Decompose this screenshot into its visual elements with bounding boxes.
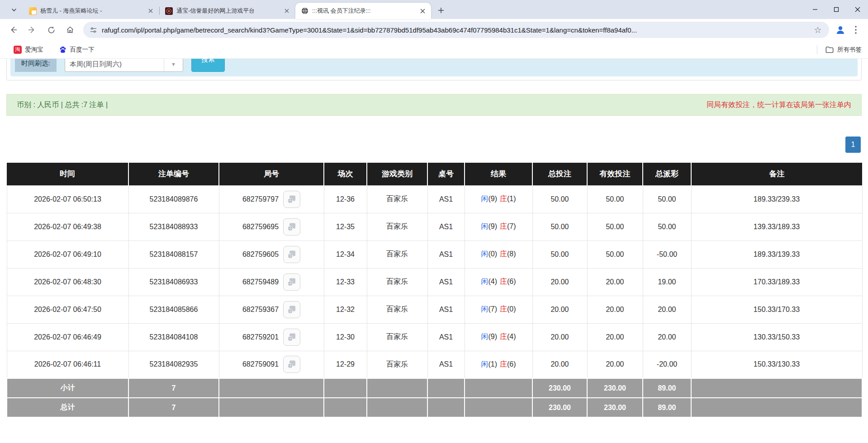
summary-total-bet: 230.00 [532, 398, 587, 417]
baidu-paw-icon [59, 46, 67, 54]
cell-session: 12-36 [324, 185, 367, 213]
folder-icon [825, 46, 834, 53]
round-number: 682759695 [242, 223, 279, 231]
cell-round: 682759605 [219, 240, 324, 268]
filter-box: 时间刷选: 本周(周日到周六) ▼ 搜索 [6, 59, 862, 80]
summary-label: 小计 [7, 378, 128, 398]
tab-tongbao[interactable]: 通宝-信誉最好的网上游戏平台 [160, 3, 295, 19]
cell-note: 150.33/170.33 [691, 296, 862, 323]
header-game-type: 游戏类别 [367, 163, 427, 185]
cell-total-bet[interactable]: 20.00 [532, 296, 587, 323]
cell-note: 139.33/189.33 [691, 213, 862, 240]
page-content: 时间刷选: 本周(周日到周六) ▼ 搜索 币别 : 人民币 | 总共 :7 注单… [0, 59, 868, 443]
cell-round: 682759489 [219, 268, 324, 296]
video-replay-button[interactable] [283, 246, 300, 263]
close-icon[interactable] [147, 7, 155, 15]
tab-forum[interactable]: 杨雪儿 - 海燕策略论坛 - [24, 3, 159, 19]
cell-table-no: AS1 [427, 213, 465, 240]
close-window-icon[interactable] [847, 0, 868, 19]
cell-total-bet[interactable]: 20.00 [532, 323, 587, 351]
kebab-menu-icon[interactable] [848, 22, 863, 38]
cell-note: 170.33/189.33 [691, 268, 862, 296]
video-replay-button[interactable] [283, 356, 300, 373]
round-number: 682759797 [242, 195, 279, 203]
result-player: 闲 [481, 222, 488, 230]
tab-bet-record-active[interactable]: :::视讯 会员下注纪录::: [295, 3, 431, 19]
tab-title: 通宝-信誉最好的网上游戏平台 [176, 7, 279, 15]
filter-section-clipped: 时间刷选: 本周(周日到周六) ▼ 搜索 [0, 59, 868, 80]
cell-total-bet[interactable]: 20.00 [532, 351, 587, 378]
video-replay-button[interactable] [283, 273, 300, 291]
search-button[interactable]: 搜索 [191, 59, 225, 72]
tab-title: :::视讯 会员下注纪录::: [312, 7, 415, 15]
cell-note: 150.33/130.33 [691, 351, 862, 378]
cell-bet-id: 523184088157 [128, 240, 219, 268]
result-player: 闲 [481, 250, 488, 258]
cell-bet-id: 523184088933 [128, 213, 219, 240]
tune-icon[interactable] [90, 26, 97, 34]
cell-total-bet[interactable]: 50.00 [532, 240, 587, 268]
forward-icon[interactable] [24, 22, 40, 38]
close-icon[interactable] [418, 7, 427, 15]
table-row: 2026-02-07 06:46:11 523184082935 6827590… [7, 351, 862, 378]
cell-total-bet[interactable]: 20.00 [532, 268, 587, 296]
round-number: 682759605 [242, 250, 279, 259]
table-row: 2026-02-07 06:49:38 523184088933 6827596… [7, 213, 862, 240]
cell-time: 2026-02-07 06:50:13 [7, 185, 128, 213]
header-bet-id: 注单编号 [128, 163, 219, 185]
avatar-icon[interactable] [833, 22, 848, 38]
tab-search-chevron[interactable] [7, 3, 21, 17]
bookmark-taobao[interactable]: 淘 爱淘宝 [14, 46, 43, 54]
cell-payout: -20.00 [643, 351, 691, 378]
result-banker: 庄 [500, 333, 507, 340]
bookmark-baidu[interactable]: 百度一下 [59, 46, 95, 54]
maximize-icon[interactable] [825, 0, 847, 19]
cell-valid-bet: 20.00 [587, 268, 643, 296]
back-icon[interactable] [5, 22, 21, 38]
new-tab-button[interactable] [435, 4, 447, 17]
cell-total-bet[interactable]: 50.00 [532, 185, 587, 213]
cell-game-type: 百家乐 [367, 240, 427, 268]
summary-totals: 币别 : 人民币 | 总共 :7 注单 | [17, 100, 108, 110]
star-icon[interactable]: ☆ [812, 24, 824, 36]
table-rows: 2026-02-07 06:50:13 523184089876 6827597… [7, 185, 862, 378]
result-player: 闲 [481, 305, 488, 313]
summary-count: 7 [128, 398, 219, 417]
video-replay-button[interactable] [283, 191, 300, 208]
summary-payout: 89.00 [643, 398, 691, 417]
table-row: 2026-02-07 06:49:10 523184088157 6827596… [7, 240, 862, 268]
url-text[interactable]: rafugf.com/ipl/portal.php/game/betrecord… [102, 26, 812, 34]
result-player: 闲 [481, 278, 488, 285]
header-table-no: 桌号 [427, 163, 465, 185]
page-1-button[interactable]: 1 [845, 137, 861, 153]
cell-game-type: 百家乐 [367, 323, 427, 351]
cell-valid-bet: 20.00 [587, 296, 643, 323]
result-banker: 庄 [500, 360, 507, 368]
bookmarks-divider [817, 45, 817, 54]
reload-icon[interactable] [43, 22, 59, 38]
video-replay-button[interactable] [283, 301, 300, 318]
cell-table-no: AS1 [427, 185, 465, 213]
cell-session: 12-32 [324, 296, 367, 323]
window-controls [804, 0, 868, 19]
cell-round: 682759367 [219, 296, 324, 323]
summary-payout: 89.00 [643, 378, 691, 398]
date-range-select[interactable]: 本周(周日到周六) ▼ [65, 59, 183, 72]
all-bookmarks-button[interactable]: 所有书签 [817, 45, 862, 54]
tongbao-favicon [165, 7, 173, 15]
cell-bet-id: 523184089876 [128, 185, 219, 213]
cell-result: 闲(9)庄(7) [465, 213, 532, 240]
cell-game-type: 百家乐 [367, 296, 427, 323]
cell-valid-bet: 20.00 [587, 351, 643, 378]
filter-label: 时间刷选: [15, 59, 57, 72]
minimize-icon[interactable] [804, 0, 825, 19]
video-replay-button[interactable] [283, 218, 300, 236]
home-icon[interactable] [62, 22, 78, 38]
header-payout: 总派彩 [643, 163, 691, 185]
cell-bet-id: 523184084108 [128, 323, 219, 351]
table-row: 2026-02-07 06:46:49 523184084108 6827592… [7, 323, 862, 351]
video-replay-button[interactable] [283, 329, 300, 346]
address-bar[interactable]: rafugf.com/ipl/portal.php/game/betrecord… [83, 22, 829, 38]
close-icon[interactable] [283, 7, 291, 15]
cell-total-bet[interactable]: 50.00 [532, 213, 587, 240]
